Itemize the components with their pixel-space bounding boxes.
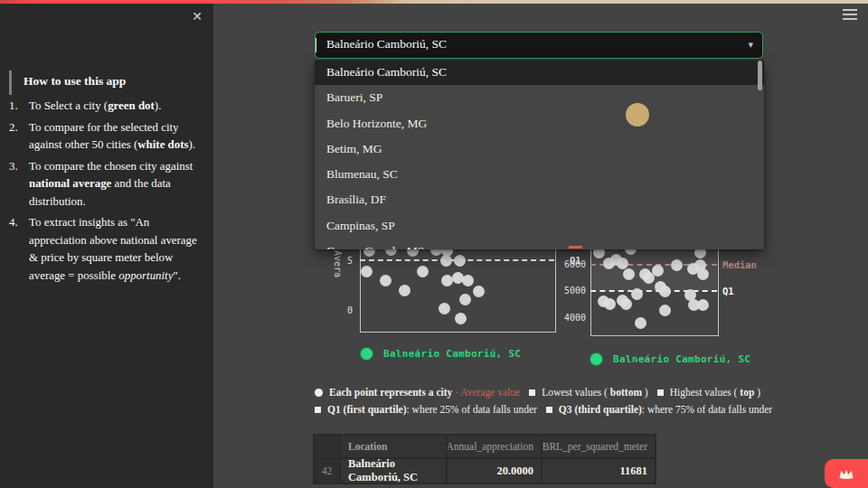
scatter-point	[623, 268, 635, 280]
table-header-brl-per-squared-meter: BRL_per_squared_meter	[542, 436, 655, 457]
scatter-point	[380, 275, 392, 286]
y-tick-label: 5000	[545, 286, 586, 296]
table-header-annual-appreciation: Annual_appreciation	[448, 436, 541, 457]
square-icon	[315, 407, 321, 413]
scatter-point	[361, 266, 373, 277]
scatter-point	[697, 299, 709, 311]
scatter-point	[697, 268, 709, 280]
crown-badge[interactable]	[825, 459, 868, 488]
text-cursor	[316, 38, 316, 52]
square-icon	[657, 389, 664, 396]
refline-q1	[590, 290, 717, 292]
text-segment: Highest values (	[670, 387, 741, 398]
table-cell-annual-appreciation: 20.0000	[448, 459, 541, 483]
chevron-down-icon[interactable]: ▾	[748, 39, 753, 51]
dropdown-options: Balneário Camboriú, SCBarueri, SPBelo Ho…	[315, 60, 764, 249]
text-segment: · Average value	[452, 387, 520, 398]
scatter-point	[631, 288, 643, 300]
table-header-location: Location	[341, 436, 446, 457]
y-tick-label: 6000	[545, 259, 586, 269]
y-tick-label: 0	[324, 305, 353, 315]
dropdown-option-3[interactable]: Belo Horizonte, MG	[315, 111, 764, 136]
y-tick-label: 4000	[545, 313, 586, 323]
dropdown-option-8[interactable]: Campo Grande, MS	[315, 239, 764, 249]
scatter-point	[399, 285, 410, 296]
legend-label: Balneário Camboriú, SC	[383, 348, 521, 360]
dropdown-option-1[interactable]: Balneário Camboriú, SC	[315, 60, 764, 85]
dropdown-option-5[interactable]: Blumenau, SC	[315, 162, 764, 187]
text-segment: Q3 (third quartile)	[559, 404, 642, 415]
legend-label: Balneário Camboriú, SC	[613, 353, 750, 365]
scatter-point	[635, 317, 646, 329]
scrollbar-thumb[interactable]	[758, 61, 762, 90]
dropdown-option-2[interactable]: Barueri, SP	[315, 85, 764, 110]
city-select[interactable]: Balneário Camboriú, SC ▾	[315, 32, 763, 59]
chart-footnotes: Each point represents a city · Average v…	[315, 386, 785, 419]
legend-dot	[360, 347, 373, 361]
refline-label-q1: Q1	[722, 286, 734, 296]
text-segment: : where 75% of data falls under	[642, 404, 772, 415]
dataframe: Location Annual_appreciation BRL_per_squ…	[313, 434, 656, 484]
chart-footnote-2: Q1 (first quartile): where 25% of data f…	[315, 403, 785, 416]
square-icon	[529, 389, 535, 396]
scatter-point	[652, 265, 664, 277]
selected-city-marker	[569, 246, 582, 249]
cursor-highlight	[626, 103, 649, 127]
table-cell-brl-per-squared-meter: 11681	[542, 459, 655, 483]
scatter-point	[659, 305, 671, 316]
text-segment: : where 25% of data falls under	[407, 404, 537, 415]
dropdown-option-4[interactable]: Betim, MG	[315, 136, 764, 162]
scatter-point	[455, 313, 467, 324]
text-segment: top	[740, 387, 754, 398]
y-axis-label: Avera	[333, 250, 343, 277]
city-dropdown-list: Balneário Camboriú, SCBarueri, SPBelo Ho…	[315, 60, 764, 249]
crown-icon	[837, 466, 855, 481]
scatter-point	[671, 259, 683, 271]
scatter-point	[620, 298, 632, 310]
text-segment: Lowest values (	[542, 387, 610, 398]
dropdown-option-7[interactable]: Campinas, SP	[315, 213, 764, 239]
scatter-point	[454, 255, 466, 267]
circle-icon	[315, 389, 323, 397]
text-segment: Q1 (first quartile)	[327, 404, 407, 415]
square-icon	[546, 407, 552, 413]
table-cell-location: Balneário Camboriú, SC	[341, 459, 446, 483]
text-segment: Each point represents a city	[329, 387, 452, 398]
table-header-index	[315, 436, 339, 457]
scatter-point	[473, 286, 485, 297]
scatter-point	[440, 255, 452, 267]
refline-label-median: Median	[722, 259, 757, 270]
dropdown-option-6[interactable]: Brasília, DF	[315, 187, 764, 212]
text-segment: )	[642, 387, 648, 398]
table-row-index: 42	[315, 459, 339, 483]
select-value: Balneário Camboriú, SC	[326, 37, 447, 52]
text-segment: )	[754, 387, 760, 398]
chart-footnote-1: Each point represents a city · Average v…	[315, 386, 785, 399]
scatter-point	[462, 275, 474, 286]
scatter-point	[417, 266, 429, 277]
scatter-point	[659, 286, 671, 297]
legend-dot	[590, 352, 603, 366]
text-segment: bottom	[610, 387, 642, 398]
